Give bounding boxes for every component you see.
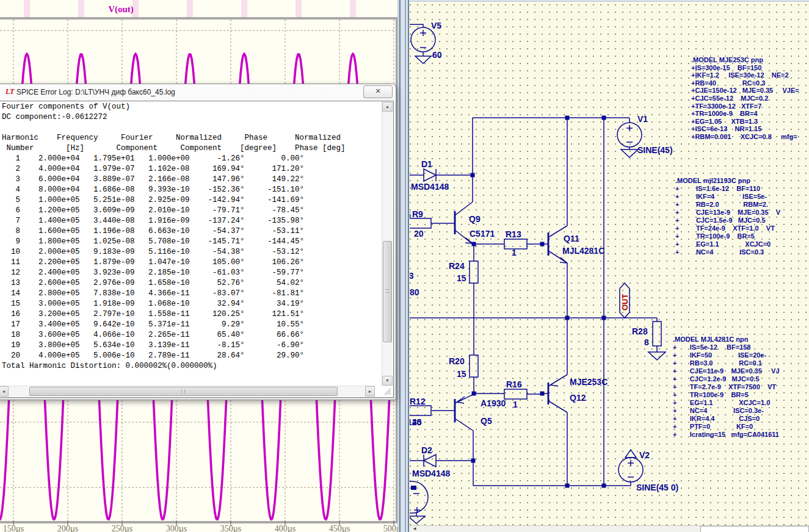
component-label[interactable]: Q5 bbox=[481, 416, 492, 426]
component-label[interactable]: V5 bbox=[431, 21, 441, 31]
component-model[interactable]: MSD4148 bbox=[411, 182, 449, 192]
component-value[interactable]: 8 bbox=[644, 337, 649, 347]
resize-grip[interactable] bbox=[383, 387, 392, 396]
component-label[interactable]: D1 bbox=[421, 159, 432, 169]
scroll-left-icon[interactable]: ◄ bbox=[0, 386, 9, 397]
scroll-up-icon[interactable]: ▲ bbox=[382, 102, 393, 112]
vertical-scroll-thumb[interactable] bbox=[383, 241, 392, 342]
svg-text:500µs: 500µs bbox=[383, 524, 398, 532]
wire-junctions bbox=[471, 116, 606, 488]
dialog-content-area: Fourier components of V(out) DC componen… bbox=[0, 101, 394, 398]
component-value[interactable]: 15 bbox=[457, 273, 466, 283]
svg-text:350µs: 350µs bbox=[220, 524, 242, 532]
net-label[interactable]: OUT bbox=[620, 294, 629, 311]
window-divider[interactable] bbox=[397, 0, 410, 532]
net-flag-out[interactable]: OUT bbox=[620, 283, 629, 318]
component-model[interactable]: A1930 bbox=[481, 398, 506, 408]
component-value[interactable]: 1 bbox=[513, 400, 518, 409]
spice-model-mjl21193c[interactable]: .MODEL mjl21193C pnp+ IS=1.6e-12 BF=110+… bbox=[675, 177, 781, 256]
schematic-window[interactable]: .w{stroke:#0A0A96;stroke-width:1.5;fill:… bbox=[410, 0, 809, 532]
stray-cut-label: 5 bbox=[410, 210, 411, 220]
clipped-label-bottom: 80 bbox=[410, 287, 419, 297]
component-value[interactable]: SINE(45 0) bbox=[636, 483, 678, 492]
ltspice-logo-icon: LT bbox=[5, 87, 14, 96]
spice-model-mjl4281c[interactable]: .MODEL MJL4281C npn+ IS=5e-12 BF=158+ IK… bbox=[673, 336, 780, 438]
voltage-source-V5[interactable]: V5 60 bbox=[410, 21, 442, 63]
component-model[interactable]: MSD4148 bbox=[412, 469, 450, 478]
resistor-R24[interactable]: R24 15 bbox=[449, 244, 478, 355]
close-icon: ✕ bbox=[375, 87, 380, 95]
diode-D2[interactable]: D2 MSD4148 bbox=[410, 445, 473, 478]
dialog-titlebar[interactable]: LT SPICE Error Log: D:\LT\УНЧ диф бакс60… bbox=[0, 84, 396, 100]
resistor-R20[interactable]: R20 15 bbox=[449, 355, 478, 394]
schematic-horizontal-scrollbar[interactable]: ◄ bbox=[410, 525, 809, 532]
component-model[interactable]: MJL4281C bbox=[562, 246, 604, 256]
clipped-label-top: 23 bbox=[410, 271, 414, 281]
svg-text:300µs: 300µs bbox=[166, 524, 187, 532]
component-label[interactable]: D2 bbox=[421, 445, 432, 455]
component-model[interactable]: MJE253C bbox=[570, 377, 608, 387]
component-label[interactable]: V2 bbox=[639, 450, 650, 460]
component-label[interactable]: R20 bbox=[449, 356, 465, 366]
wire-out-rail[interactable] bbox=[410, 318, 657, 352]
ltspice-workspace: V(out) 150µs200µs250µs300µs350µs400µs450… bbox=[0, 0, 809, 532]
component-label[interactable]: R28 bbox=[632, 326, 648, 336]
component-label[interactable]: R24 bbox=[449, 261, 465, 271]
diode-D1[interactable]: D1 MSD4148 bbox=[410, 159, 473, 192]
svg-text:200µs: 200µs bbox=[57, 524, 79, 532]
spice-error-log-dialog[interactable]: LT SPICE Error Log: D:\LT\УНЧ диф бакс60… bbox=[0, 84, 396, 400]
component-label[interactable]: R12 bbox=[410, 397, 426, 406]
horizontal-scroll-thumb[interactable] bbox=[29, 387, 338, 396]
scroll-down-icon[interactable]: ▼ bbox=[382, 376, 393, 386]
schematic-canvas[interactable]: .w{stroke:#0A0A96;stroke-width:1.5;fill:… bbox=[410, 0, 809, 532]
svg-text:450µs: 450µs bbox=[329, 524, 350, 532]
component-value[interactable]: 1 bbox=[512, 248, 517, 257]
svg-text:150µs: 150µs bbox=[3, 524, 24, 532]
wire-top-rail[interactable] bbox=[473, 118, 629, 486]
component-label[interactable]: Q12 bbox=[570, 393, 586, 403]
horizontal-scrollbar[interactable]: ◄ ► bbox=[0, 386, 375, 397]
component-value-overlap[interactable]: 45 bbox=[412, 417, 422, 427]
component-label[interactable]: Q9 bbox=[469, 214, 481, 224]
component-model[interactable]: C5171 bbox=[470, 229, 495, 239]
voltage-source-V1[interactable]: V1 SINE(45) bbox=[617, 114, 673, 157]
transistor-Q9[interactable]: Q9 C5171 bbox=[455, 202, 495, 244]
component-label[interactable]: R13 bbox=[506, 229, 521, 239]
component-label[interactable]: V1 bbox=[637, 114, 648, 124]
component-value[interactable]: SINE(45) bbox=[637, 145, 673, 155]
trace-overdraw-glow bbox=[24, 0, 356, 18]
scrollbar-panel[interactable] bbox=[700, 526, 809, 532]
component-label[interactable]: Q11 bbox=[564, 234, 579, 243]
resistor-R12[interactable]: R12 120 45 bbox=[410, 397, 431, 427]
component-value[interactable]: 60 bbox=[432, 50, 442, 60]
svg-text:400µs: 400µs bbox=[275, 524, 296, 532]
voltage-source-partial[interactable] bbox=[410, 481, 428, 523]
scroll-left-icon[interactable]: ◄ bbox=[412, 526, 417, 531]
component-value[interactable]: 15 bbox=[457, 369, 466, 379]
resistor-R9[interactable]: 5 R9 20 bbox=[410, 209, 455, 239]
dialog-title: SPICE Error Log: D:\LT\УНЧ диф бакс60_45… bbox=[16, 88, 175, 96]
resistor-R28[interactable]: R28 8 bbox=[632, 322, 666, 360]
component-label[interactable]: R16 bbox=[506, 379, 522, 389]
close-button[interactable]: ✕ bbox=[363, 85, 393, 98]
x-axis-tick-labels: 150µs200µs250µs300µs350µs400µs450µs500µs bbox=[3, 524, 398, 532]
transistor-Q12[interactable]: MJE253C Q12 bbox=[542, 375, 608, 486]
trace-name-label[interactable]: V(out) bbox=[108, 4, 134, 15]
component-value[interactable]: 20 bbox=[414, 229, 424, 239]
scroll-right-icon[interactable]: ► bbox=[365, 386, 375, 397]
wire-bottom-rail[interactable] bbox=[473, 482, 631, 486]
svg-text:250µs: 250µs bbox=[112, 524, 133, 532]
spice-model-mje253c[interactable]: .MODEL MJE253C pnp+IS=300e-15 BF=150+IKF… bbox=[691, 56, 799, 140]
fourier-log-text[interactable]: Fourier components of V(out) DC componen… bbox=[2, 102, 377, 385]
transistor-Q11[interactable]: Q11 MJL4281C bbox=[542, 226, 604, 375]
vertical-scrollbar[interactable]: ▲ ▼ bbox=[382, 102, 393, 386]
component-label[interactable]: R9 bbox=[412, 209, 423, 219]
